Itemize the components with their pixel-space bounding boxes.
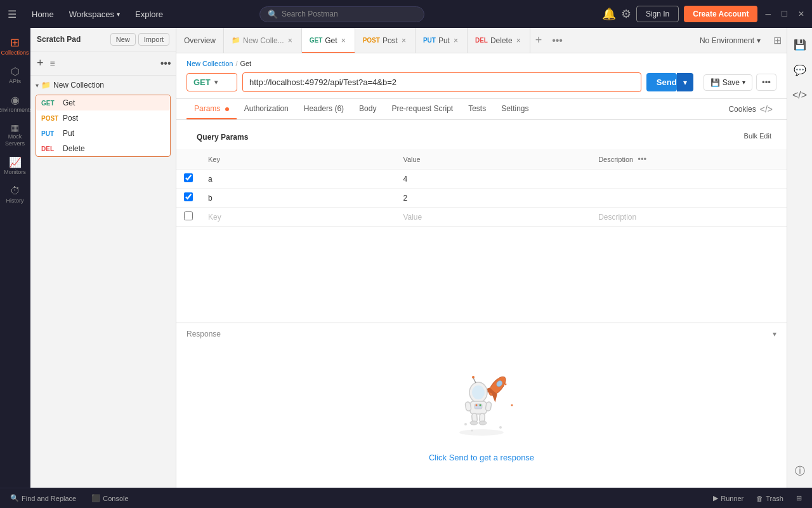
post-method-label: POST [363,37,380,44]
import-button[interactable]: Import [138,33,169,46]
new-button[interactable]: New [110,33,136,46]
more-request-options[interactable]: ••• [756,74,776,91]
req-tab-authorization[interactable]: Authorization [237,99,296,119]
sidebar-item-monitors[interactable]: 📈 Monitors [1,154,29,180]
param-desc-empty[interactable]: Description [591,208,787,227]
param-desc-0[interactable] [591,170,787,189]
response-header[interactable]: Response ▾ [176,323,787,345]
param-desc-1[interactable] [591,189,787,208]
request-item-put[interactable]: PUT Put [36,126,170,141]
close-put-tab[interactable]: × [452,36,459,45]
workspaces-menu[interactable]: Workspaces ▾ [64,7,125,22]
method-badge-del: DEL [41,145,59,152]
method-selector[interactable]: GET ▾ [187,73,237,91]
folder-arrow-icon: ▾ [36,82,39,89]
close-icon[interactable]: ✕ [796,10,807,18]
sidebar-item-apis[interactable]: ⬡ APIs [1,63,29,89]
search-bar[interactable]: 🔍 Search Postman [259,6,424,22]
param-checkbox-empty[interactable] [184,211,193,220]
close-new-coll-tab[interactable]: × [287,36,294,45]
maximize-icon[interactable]: ☐ [778,10,790,18]
right-sidebar: 💾 💬 </> ⓘ [787,28,812,488]
req-tab-pre-request[interactable]: Pre-request Script [384,99,461,119]
bulk-edit-button[interactable]: Bulk Edit [739,130,776,142]
request-item-delete[interactable]: DEL Delete [36,141,170,156]
column-more-button[interactable]: ••• [635,153,649,165]
close-get-tab[interactable]: × [340,36,347,45]
add-collection-button[interactable]: + [36,55,45,71]
tab-delete[interactable]: DEL Delete × [468,28,530,53]
sign-in-button[interactable]: Sign In [636,6,679,22]
code-snippet-icon[interactable]: </> [756,99,776,119]
sidebar-item-history[interactable]: ⏱ History [1,182,29,208]
grid-view-button[interactable]: ⊞ [794,494,804,502]
tab-overview[interactable]: Overview [176,28,224,53]
param-value-0[interactable]: 4 [395,170,591,189]
param-value-1[interactable]: 2 [395,189,591,208]
breadcrumb-collection-link[interactable]: New Collection [187,60,233,67]
tab-get[interactable]: GET Get × [302,28,355,53]
view-toggle-icon[interactable]: ⊞ [768,34,787,46]
notifications-icon[interactable]: 🔔 [602,7,616,21]
create-account-button[interactable]: Create Account [684,6,757,22]
main-layout: ⊞ Collections ⬡ APIs ◉ Environments ▦ Mo… [0,28,812,488]
param-key-0[interactable]: a [200,170,395,189]
put-method-label: PUT [423,37,436,44]
settings-icon[interactable]: ⚙ [621,7,631,21]
left-panel: Scratch Pad New Import + ≡ ••• ▾ 📁 New C… [30,28,176,488]
sort-icon[interactable]: ≡ [49,57,56,70]
sidebar-right-code-icon[interactable]: </> [789,84,811,107]
request-item-post[interactable]: POST Post [36,110,170,126]
runner-button[interactable]: ▶ Runner [710,494,746,502]
param-key-empty[interactable]: Key [200,208,395,227]
collections-more-button[interactable]: ••• [159,57,173,70]
cookies-button[interactable]: Cookies [728,100,756,119]
get-method-label: GET [310,37,323,44]
sidebar-right-info-icon[interactable]: ⓘ [789,460,811,483]
empty-response-text[interactable]: Click Send to get a response [429,453,534,462]
response-collapse-icon: ▾ [773,330,776,338]
tab-new-collection[interactable]: 📁 New Colle... × [224,28,302,53]
close-delete-tab[interactable]: × [515,36,522,45]
environment-selector[interactable]: No Environment ▾ [692,36,768,45]
sidebar-item-mock-servers[interactable]: ▦ Mock Servers [1,119,29,151]
req-tab-params[interactable]: Params [187,99,237,119]
collections-search-input[interactable] [60,59,155,68]
req-tab-body[interactable]: Body [351,99,384,119]
topbar: ☰ Home Workspaces ▾ Explore 🔍 Search Pos… [0,0,812,28]
param-checkbox-0[interactable] [184,173,193,182]
trash-button[interactable]: 🗑 Trash [754,494,786,502]
param-value-empty[interactable]: Value [395,208,591,227]
param-checkbox-1[interactable] [184,192,193,201]
close-post-tab[interactable]: × [400,36,407,45]
sidebar-right-save-icon[interactable]: 💾 [789,33,811,56]
svg-line-9 [473,378,476,383]
req-tab-settings[interactable]: Settings [494,99,536,119]
bottom-bar: 🔍 Find and Replace ⬛ Console ▶ Runner 🗑 … [0,488,812,508]
req-tab-tests[interactable]: Tests [461,99,494,119]
explore-link[interactable]: Explore [130,7,168,22]
req-tab-headers[interactable]: Headers (6) [296,99,351,119]
find-replace-button[interactable]: 🔍 Find and Replace [8,494,79,502]
tab-post[interactable]: POST Post × [355,28,416,53]
tab-put[interactable]: PUT Put × [416,28,468,53]
collection-folder[interactable]: ▾ 📁 New Collection [30,78,176,92]
hamburger-icon[interactable]: ☰ [5,6,19,23]
sidebar-right-comment-icon[interactable]: 💬 [789,58,811,81]
save-button[interactable]: 💾 Save ▾ [704,74,752,91]
sidebar-item-collections[interactable]: ⊞ Collections [1,33,29,60]
sidebar-item-environments[interactable]: ◉ Environments [1,91,29,117]
param-key-1[interactable]: b [200,189,395,208]
url-input[interactable] [242,72,641,92]
home-link[interactable]: Home [27,7,59,22]
more-tabs-button[interactable]: ••• [547,35,568,46]
add-tab-button[interactable]: + [530,34,547,47]
console-button[interactable]: ⬛ Console [89,494,131,502]
svg-point-23 [499,426,502,429]
send-button[interactable]: Send [646,73,677,91]
minimize-icon[interactable]: ─ [763,10,773,18]
svg-point-20 [479,421,487,425]
console-icon: ⬛ [91,494,100,502]
request-item-get[interactable]: GET Get [36,95,170,110]
send-dropdown-button[interactable]: ▾ [677,73,693,91]
